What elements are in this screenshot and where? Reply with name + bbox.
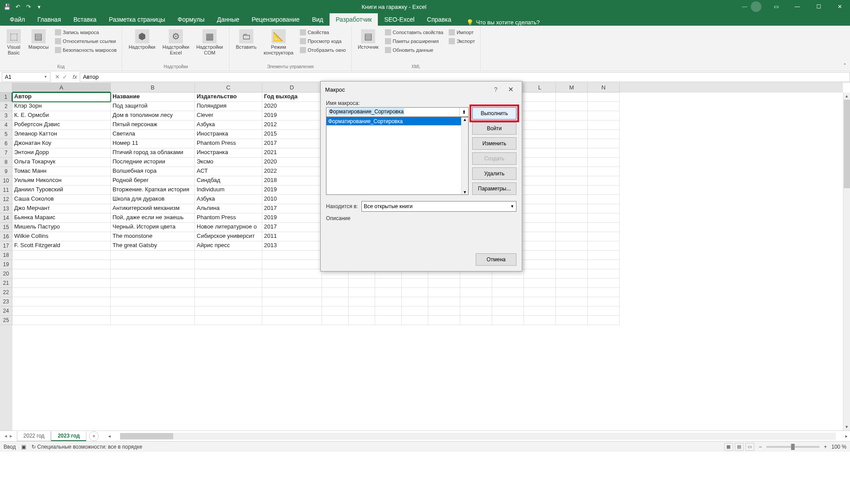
cell-G21[interactable] [375,279,402,288]
cell-K22[interactable] [492,288,524,297]
cell-E23[interactable] [322,297,349,306]
cell-A14[interactable]: Бьянка Мараис [12,213,111,223]
cell-C7[interactable]: Иностранка [195,148,262,158]
cell-L11[interactable] [524,186,556,195]
row-header-17[interactable]: 17 [0,241,12,251]
page-break-icon[interactable]: ▭ [745,443,754,451]
cell-K25[interactable] [492,316,524,325]
cell-A22[interactable] [12,288,111,297]
cell-F23[interactable] [349,297,375,306]
cell-B21[interactable] [111,279,195,288]
cell-N16[interactable] [588,232,620,241]
view-code-button[interactable]: Просмотр кода [299,37,347,45]
options-button[interactable]: Параметры... [472,182,516,195]
cell-C21[interactable] [195,279,262,288]
cell-D12[interactable]: 2010 [262,195,322,204]
cell-A16[interactable]: Wilkie Collins [12,232,111,241]
col-header-D[interactable]: D [262,83,322,93]
cell-J21[interactable] [460,279,492,288]
cell-L6[interactable] [524,139,556,148]
cell-M2[interactable] [556,102,588,111]
cancel-button[interactable]: Отмена [476,253,516,266]
cell-B24[interactable] [111,306,195,316]
cell-M11[interactable] [556,186,588,195]
edit-button[interactable]: Изменить [472,137,516,150]
cell-C23[interactable] [195,297,262,306]
cell-B7[interactable]: Птичий город за облаками [111,148,195,158]
tab-seo-excel[interactable]: SEO-Excel [378,13,420,26]
cell-C4[interactable]: Азбука [195,120,262,130]
row-header-8[interactable]: 8 [0,158,12,167]
cell-L2[interactable] [524,102,556,111]
cell-K21[interactable] [492,279,524,288]
cell-A25[interactable] [12,316,111,325]
scroll-up-icon[interactable]: ▲ [843,93,850,100]
zoom-slider[interactable] [766,446,819,448]
cell-J23[interactable] [460,297,492,306]
row-header-25[interactable]: 25 [0,316,12,325]
cell-L16[interactable] [524,232,556,241]
col-header-C[interactable]: C [195,83,262,93]
run-dialog-button[interactable]: Отобразить окно [299,46,347,54]
tab-рецензирование[interactable]: Рецензирование [245,13,306,26]
cell-D18[interactable] [262,251,322,260]
cell-C16[interactable]: Сибирское университ [195,232,262,241]
sheet-prev-icon[interactable]: ◄ [4,434,8,438]
tab-вставка[interactable]: Вставка [67,13,103,26]
hscroll-thumb[interactable] [120,433,173,439]
com-addins-button[interactable]: ▦Надстройки COM [193,27,226,58]
undo-icon[interactable]: ↶ [14,3,21,10]
name-box[interactable]: A1 ▼ [2,72,50,82]
list-scroll-down-icon[interactable]: ▼ [462,190,468,194]
cell-N12[interactable] [588,195,620,204]
macro-list-scrollbar[interactable]: ▲ ▼ [461,117,468,194]
sheet-nav[interactable]: ◄ ► [0,434,17,438]
cell-H24[interactable] [402,306,428,316]
cell-B8[interactable]: Последние истории [111,158,195,167]
cell-M8[interactable] [556,158,588,167]
sheet-tab-2023-год[interactable]: 2023 год [51,431,86,441]
cell-F25[interactable] [349,316,375,325]
scroll-down-icon[interactable]: ▼ [843,423,850,430]
cell-M9[interactable] [556,167,588,176]
cell-I24[interactable] [428,306,460,316]
cell-N15[interactable] [588,223,620,232]
cell-L4[interactable] [524,120,556,130]
cell-B10[interactable]: Родной берег [111,176,195,186]
row-header-24[interactable]: 24 [0,306,12,316]
cell-D3[interactable]: 2019 [262,111,322,120]
col-header-B[interactable]: B [111,83,195,93]
cell-I23[interactable] [428,297,460,306]
accept-formula-icon[interactable]: ✓ [62,74,67,80]
col-header-A[interactable]: A [12,83,111,93]
cell-A21[interactable] [12,279,111,288]
cell-A12[interactable]: Саша Соколов [12,195,111,204]
cell-N20[interactable] [588,269,620,279]
cancel-formula-icon[interactable]: ✕ [55,74,60,80]
macro-record-status-icon[interactable]: ▣ [21,444,26,450]
fx-icon[interactable]: fx [70,74,80,80]
cell-K23[interactable] [492,297,524,306]
horizontal-scrollbar[interactable] [120,433,836,440]
add-sheet-button[interactable]: + [89,431,99,441]
cell-N7[interactable] [588,148,620,158]
cell-F24[interactable] [349,306,375,316]
cell-E25[interactable] [322,316,349,325]
scroll-left-icon[interactable]: ◄ [106,433,113,440]
cell-F21[interactable] [349,279,375,288]
tab-главная[interactable]: Главная [31,13,67,26]
cell-A3[interactable]: К. Е. Ормсби [12,111,111,120]
cell-M13[interactable] [556,204,588,213]
cell-A15[interactable]: Мишель Пастуро [12,223,111,232]
cell-A20[interactable] [12,269,111,279]
cell-B20[interactable] [111,269,195,279]
cell-N8[interactable] [588,158,620,167]
row-header-6[interactable]: 6 [0,139,12,148]
redo-icon[interactable]: ↷ [25,3,32,10]
cell-B11[interactable]: Вторжение. Краткая история [111,186,195,195]
cell-A10[interactable]: Уильям Николсон [12,176,111,186]
cell-B17[interactable]: The great Gatsby [111,241,195,251]
cell-B6[interactable]: Номер 11 [111,139,195,148]
vscroll-thumb[interactable] [844,100,850,188]
addins-button[interactable]: ⬢Надстройки [125,27,159,52]
